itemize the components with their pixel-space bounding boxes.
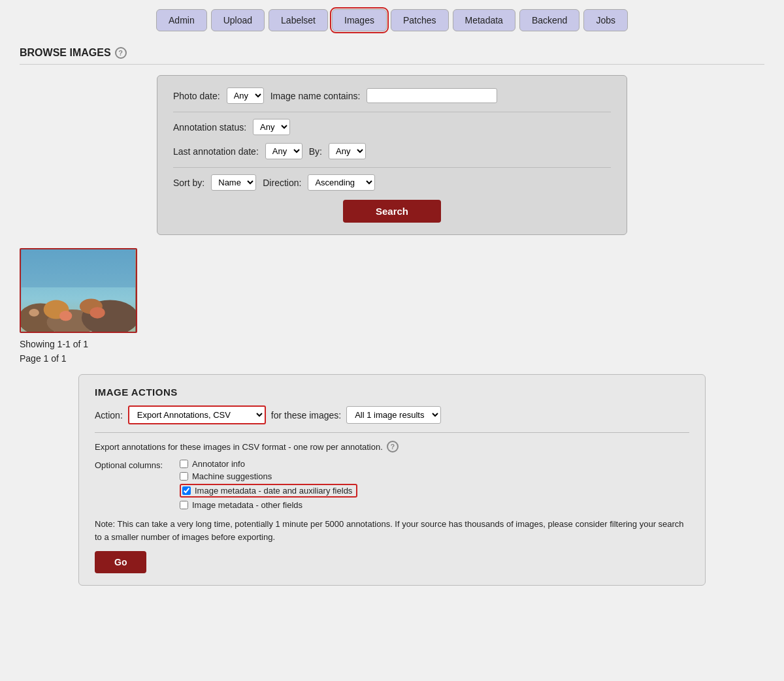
main-content: BROWSE IMAGES ? Photo date: Any Image na…	[0, 40, 784, 605]
search-row-sort: Sort by: Name Direction: Ascending Desce…	[173, 174, 611, 191]
for-label: for these images:	[271, 410, 341, 420]
annotation-status-label: Annotation status:	[173, 122, 246, 133]
title-divider	[20, 64, 764, 65]
results-showing: Showing 1-1 of 1	[20, 339, 764, 349]
optional-columns-block: Optional columns: Annotator info Machine…	[95, 459, 689, 510]
nav-jobs[interactable]: Jobs	[583, 9, 628, 31]
checkbox-annotator-info: Annotator info	[180, 459, 357, 469]
last-annotation-date-label: Last annotation date:	[173, 146, 259, 157]
image-actions-title: IMAGE ACTIONS	[95, 387, 689, 398]
checkbox-machine-suggestions-label: Machine suggestions	[192, 471, 272, 481]
checkbox-image-metadata-date: Image metadata - date and auxiliary fiel…	[180, 484, 357, 498]
by-label: By:	[309, 146, 322, 157]
checkbox-image-metadata-date-input[interactable]	[182, 486, 191, 495]
action-row: Action: Export Annotations, CSV Export I…	[95, 405, 689, 424]
nav-images[interactable]: Images	[332, 9, 387, 31]
export-help-icon[interactable]: ?	[387, 441, 399, 452]
nav-patches[interactable]: Patches	[391, 9, 449, 31]
go-button[interactable]: Go	[95, 551, 146, 573]
top-navigation: Admin Upload Labelset Images Patches Met…	[0, 0, 784, 40]
photo-date-label: Photo date:	[173, 91, 220, 101]
search-btn-row: Search	[173, 200, 611, 223]
image-actions-box: IMAGE ACTIONS Action: Export Annotations…	[78, 374, 706, 586]
checkbox-metadata-date-highlight: Image metadata - date and auxiliary fiel…	[180, 484, 357, 498]
page-title-area: BROWSE IMAGES ?	[20, 47, 764, 59]
photo-date-select[interactable]: Any	[227, 87, 264, 104]
checkbox-machine-suggestions: Machine suggestions	[180, 471, 357, 481]
checkbox-annotator-info-input[interactable]	[180, 460, 188, 468]
for-select[interactable]: All 1 image results	[346, 406, 441, 424]
help-icon[interactable]: ?	[115, 47, 127, 59]
row-divider-1	[173, 112, 611, 112]
nav-upload[interactable]: Upload	[211, 9, 265, 31]
checkboxes-block: Annotator info Machine suggestions Image…	[180, 459, 357, 510]
export-desc-text: Export annotations for these images in C…	[95, 442, 383, 452]
svg-point-8	[90, 307, 105, 318]
checkbox-machine-suggestions-input[interactable]	[180, 472, 188, 481]
search-row-last-annotation: Last annotation date: Any By: Any	[173, 143, 611, 159]
search-row-annotation-status: Annotation status: Any	[173, 119, 611, 135]
search-button[interactable]: Search	[343, 200, 441, 223]
actions-divider	[95, 432, 689, 433]
checkbox-annotator-info-label: Annotator info	[192, 459, 245, 469]
last-annotation-date-select[interactable]: Any	[265, 143, 302, 159]
search-row-photo-date: Photo date: Any Image name contains:	[173, 87, 611, 104]
svg-point-7	[59, 311, 72, 321]
sort-by-select[interactable]: Name	[211, 174, 256, 191]
sort-by-label: Sort by:	[173, 178, 204, 188]
direction-label: Direction:	[263, 178, 301, 188]
nav-labelset[interactable]: Labelset	[269, 9, 328, 31]
checkbox-image-metadata-date-label: Image metadata - date and auxiliary fiel…	[195, 486, 352, 496]
direction-select[interactable]: Ascending Descending	[308, 174, 375, 191]
action-label: Action:	[95, 410, 123, 420]
checkbox-image-metadata-other-input[interactable]	[180, 501, 188, 509]
nav-metadata[interactable]: Metadata	[453, 9, 515, 31]
svg-point-9	[29, 309, 39, 317]
action-select[interactable]: Export Annotations, CSV Export Image Loc…	[128, 405, 266, 424]
thumbnail-svg	[21, 249, 136, 332]
svg-rect-6	[22, 249, 135, 287]
image-name-label: Image name contains:	[270, 91, 361, 101]
thumbnail-image	[21, 249, 136, 332]
nav-backend[interactable]: Backend	[519, 9, 580, 31]
export-description: Export annotations for these images in C…	[95, 441, 689, 452]
note-text: Note: This can take a very long time, po…	[95, 518, 689, 543]
checkbox-image-metadata-other-label: Image metadata - other fields	[192, 500, 302, 510]
row-divider-2	[173, 167, 611, 168]
search-form: Photo date: Any Image name contains: Ann…	[157, 75, 627, 235]
optional-cols-label: Optional columns:	[95, 459, 180, 510]
image-thumbnail-area	[20, 248, 764, 335]
by-select[interactable]: Any	[329, 143, 366, 159]
nav-admin[interactable]: Admin	[156, 9, 207, 31]
image-thumbnail[interactable]	[20, 248, 137, 333]
image-name-input[interactable]	[367, 88, 497, 103]
annotation-status-select[interactable]: Any	[253, 119, 290, 135]
page-title: BROWSE IMAGES	[20, 47, 111, 59]
checkbox-image-metadata-other: Image metadata - other fields	[180, 500, 357, 510]
results-page: Page 1 of 1	[20, 353, 764, 364]
